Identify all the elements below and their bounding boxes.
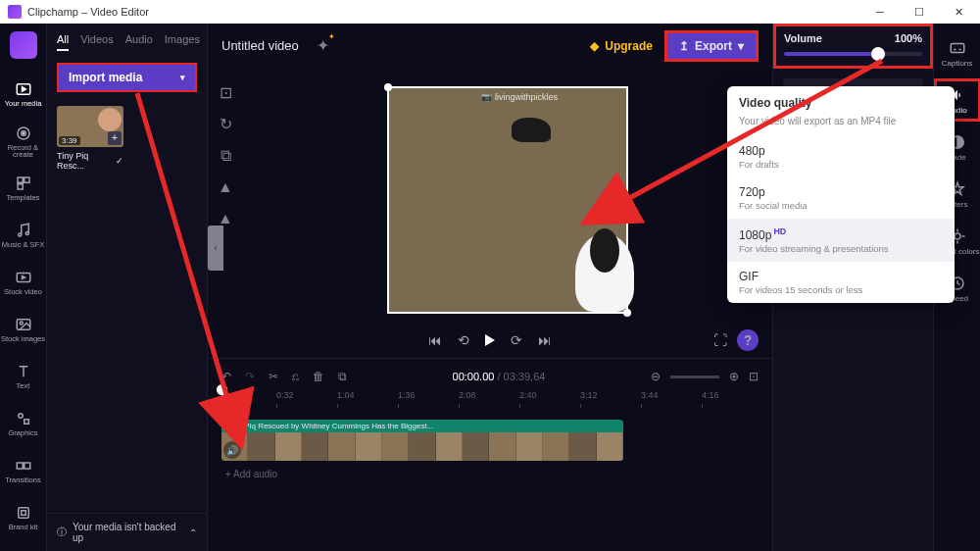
media-thumbnail[interactable]: 3:39 + Tiny Piq Resc...✓ — [57, 106, 123, 171]
sidebar-item-graphics[interactable]: Graphics — [0, 402, 47, 445]
resize-handle[interactable] — [384, 83, 392, 91]
delete-icon[interactable]: 🗑 — [313, 370, 324, 383]
svg-point-7 — [25, 232, 28, 235]
clip-thumbnails — [221, 432, 623, 461]
volume-slider[interactable] — [784, 52, 922, 56]
svg-rect-13 — [17, 463, 23, 469]
media-panel: All Videos Audio Images Import media ▾ 3… — [47, 24, 208, 551]
add-audio-track[interactable]: + Add audio — [225, 469, 277, 479]
help-icon[interactable]: ? — [737, 329, 759, 351]
undo-icon[interactable]: ↶ — [221, 370, 231, 383]
playback-controls: ⏮ ⟲ ⟳ ⏭ ⛶ ? — [208, 322, 772, 359]
svg-rect-16 — [951, 43, 964, 52]
svg-rect-12 — [24, 420, 28, 425]
clipchamp-logo-icon[interactable] — [10, 31, 37, 59]
fit-icon[interactable]: ⊡ — [749, 370, 759, 383]
sidebar-item-your-media[interactable]: Your media — [0, 73, 47, 116]
svg-point-2 — [21, 130, 25, 135]
sidebar-item-text[interactable]: Text — [0, 355, 47, 398]
video-content-placeholder — [575, 233, 634, 312]
volume-label: Volume — [784, 32, 822, 44]
preview-tools: ⊡ ↻ ⧉ ▲ ▲ — [208, 69, 243, 322]
upgrade-button[interactable]: ◆Upgrade — [590, 39, 653, 53]
svg-rect-5 — [18, 184, 23, 189]
window-maximize-button[interactable]: ☐ — [900, 0, 939, 24]
sidebar-item-stock-video[interactable]: Stock video — [0, 261, 47, 304]
preview-canvas[interactable]: 📷livingwithpickles — [387, 86, 628, 314]
svg-point-6 — [18, 233, 21, 236]
svg-point-10 — [20, 322, 23, 325]
app-title: Clipchamp – Video Editor — [27, 6, 149, 18]
window-minimize-button[interactable]: ─ — [860, 0, 900, 24]
sidebar-item-stock-images[interactable]: Stock images — [0, 308, 47, 351]
volume-value: 100% — [895, 32, 922, 44]
svg-point-18 — [955, 233, 960, 239]
magic-wand-icon[interactable]: ✦ — [317, 36, 329, 55]
backup-warning[interactable]: ⓘ Your media isn't backed up ⌃ — [47, 513, 207, 551]
redo-icon[interactable]: ↷ — [245, 370, 255, 383]
timeline-ruler[interactable]: 0:32 1:04 1:36 2:08 2:40 3:12 3:44 4:16 — [221, 390, 759, 410]
check-icon: ✓ — [116, 156, 123, 166]
timecode: 00:00.00 / 03:39.64 — [361, 371, 637, 382]
split-icon[interactable]: ⎌ — [292, 370, 299, 383]
video-content-placeholder — [512, 118, 551, 142]
crop-icon[interactable]: ⊡ — [217, 84, 234, 102]
chevron-down-icon: ▾ — [180, 73, 185, 82]
svg-rect-4 — [24, 177, 28, 182]
quality-option-1080p[interactable]: 1080pHDFor video streaming & presentatio… — [727, 219, 955, 262]
video-username-tag: 📷livingwithpickles — [481, 92, 558, 102]
pip-icon[interactable]: ⧉ — [217, 147, 234, 165]
quality-option-480p[interactable]: 480pFor drafts — [727, 136, 955, 177]
info-icon: ⓘ — [57, 526, 67, 539]
zoom-in-icon[interactable]: ⊕ — [729, 370, 739, 383]
sidebar-item-transitions[interactable]: Transitions — [0, 449, 47, 492]
flip-icon[interactable]: ▲ — [217, 178, 234, 196]
skip-end-icon[interactable]: ⏭ — [538, 332, 552, 348]
svg-point-11 — [18, 414, 23, 419]
rotate-icon[interactable]: ↻ — [217, 116, 234, 133]
import-media-button[interactable]: Import media ▾ — [57, 63, 197, 92]
svg-rect-15 — [18, 508, 28, 519]
rewind-icon[interactable]: ⟲ — [458, 332, 469, 348]
window-close-button[interactable]: ✕ — [939, 0, 978, 24]
fullscreen-icon[interactable]: ⛶ — [713, 332, 727, 348]
sidebar-item-brand-kit[interactable]: Brand kit — [0, 496, 47, 539]
duplicate-icon[interactable]: ⧉ — [338, 370, 347, 383]
tab-images[interactable]: Images — [165, 33, 200, 51]
thumbnail-duration: 3:39 — [59, 136, 80, 145]
chevron-up-icon: ⌃ — [189, 527, 197, 538]
tab-audio[interactable]: Audio — [125, 33, 153, 51]
resize-handle[interactable] — [623, 309, 631, 317]
timeline: ↶ ↷ ✂ ⎌ 🗑 ⧉ 00:00.00 / 03:39.64 ⊖ ⊕ ⊡ 0:… — [208, 358, 772, 551]
forward-icon[interactable]: ⟳ — [511, 332, 522, 348]
sidebar-item-templates[interactable]: Templates — [0, 167, 47, 210]
sidebar-item-record[interactable]: Record & create — [0, 120, 47, 163]
thumbnail-add-icon[interactable]: + — [108, 131, 122, 145]
quality-option-gif[interactable]: GIFFor videos 15 seconds or less — [727, 262, 955, 303]
sidebar-item-music[interactable]: Music & SFX — [0, 214, 47, 257]
export-quality-dropdown: Video quality Your video will export as … — [727, 86, 955, 303]
upload-icon: ↥ — [679, 39, 689, 53]
export-button[interactable]: ↥Export▾ — [664, 30, 759, 62]
tab-videos[interactable]: Videos — [80, 33, 113, 51]
playhead[interactable] — [221, 390, 222, 410]
tab-all[interactable]: All — [57, 33, 69, 51]
left-sidebar: Your media Record & create Templates Mus… — [0, 24, 47, 551]
quality-option-720p[interactable]: 720pFor social media — [727, 177, 955, 219]
panel-collapse-left[interactable]: ‹ — [208, 225, 223, 271]
rightbar-item-captions[interactable]: Captions — [934, 31, 981, 75]
project-title[interactable]: Untitled video — [221, 38, 299, 53]
cut-icon[interactable]: ✂ — [269, 370, 278, 383]
zoom-out-icon[interactable]: ⊖ — [651, 370, 661, 383]
svg-rect-3 — [18, 177, 23, 182]
app-logo-icon — [8, 5, 22, 19]
timeline-clip[interactable]: ...ny Piq Rescued by Whitney Cummings Ha… — [221, 420, 623, 461]
play-button[interactable] — [485, 334, 495, 346]
zoom-slider[interactable] — [670, 376, 719, 378]
svg-rect-14 — [24, 463, 29, 469]
titlebar: Clipchamp – Video Editor ─ ☐ ✕ — [0, 0, 980, 24]
slider-thumb[interactable] — [871, 47, 885, 61]
flip2-icon[interactable]: ▲ — [217, 210, 234, 227]
chevron-down-icon: ▾ — [738, 39, 744, 53]
skip-start-icon[interactable]: ⏮ — [428, 332, 442, 348]
